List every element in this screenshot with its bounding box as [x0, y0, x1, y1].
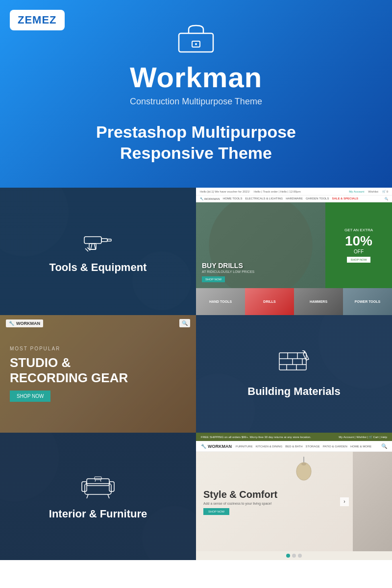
panel-interior: Interior & Furniture — [0, 433, 196, 560]
building-icon — [247, 350, 340, 379]
screenshot-bottom-tiles: HAND TOOLS DRILLS HAMMERS POWER TOOLS — [196, 288, 392, 315]
furn-hero-area: Style & Comfort Add a sense of coziness … — [196, 452, 392, 551]
tile-hand-tools: HAND TOOLS — [196, 288, 245, 315]
panel-studio: 🔧 WORKMAN 🔍 Most Popular STUDIO &RECORDI… — [0, 315, 196, 433]
studio-workman-bar: 🔧 WORKMAN 🔍 — [0, 319, 196, 327]
workman-screenshot-panel: Hello [id.1] We have voucher for 2021! H… — [196, 188, 392, 315]
tile-power-tools: POWER TOOLS — [343, 288, 392, 315]
screenshot-top-bar: Hello [id.1] We have voucher for 2021! H… — [196, 188, 392, 196]
screenshot-hero: BUY DRILLS AT RIDICULOUSLY LOW PRICES SH… — [196, 202, 392, 288]
studio-content: Most Popular STUDIO &RECORDING GEAR SHOP… — [0, 336, 196, 412]
svg-line-24 — [87, 494, 88, 498]
toolbox-icon — [176, 20, 216, 56]
studio-shop-btn[interactable]: SHOP NOW — [10, 391, 50, 402]
svg-rect-6 — [107, 239, 111, 241]
tagline: Prestashop MultipurposeResponsive Theme — [96, 122, 296, 163]
svg-line-27 — [95, 480, 96, 482]
drill-icon — [49, 229, 147, 255]
furn-header-bar: FREE SHIPPING on all orders $99+. Worry-… — [196, 433, 392, 441]
subtitle: Construction Multipurpose Theme — [130, 97, 262, 107]
svg-rect-4 — [84, 237, 101, 244]
svg-line-25 — [108, 494, 109, 498]
furn-right-decoration — [353, 452, 392, 551]
screenshot-nav: 🔧 WORKMAN HOME TOOLS ELECTRICALS & LIGHT… — [196, 196, 392, 202]
grid-section: Tools & Equipment Hello [id.1] We have v… — [0, 188, 392, 560]
sofa-icon — [49, 473, 147, 502]
svg-point-3 — [196, 44, 196, 45]
svg-rect-5 — [101, 239, 107, 242]
panel-building: Building Materials — [196, 315, 392, 433]
tile-hammers: HAMMERS — [294, 288, 343, 315]
svg-line-8 — [85, 248, 88, 251]
svg-point-31 — [301, 463, 306, 466]
interior-content: Interior & Furniture — [49, 473, 147, 520]
screenshot-shop-btn[interactable]: SHOP NOW — [202, 276, 225, 282]
most-popular-label: Most Popular — [10, 346, 186, 351]
svg-rect-23 — [109, 482, 114, 491]
panel-tools: Tools & Equipment — [0, 188, 196, 315]
screenshot-extra-btn[interactable]: SHOP NOW — [347, 257, 370, 263]
svg-rect-26 — [95, 477, 101, 480]
building-label: Building Materials — [247, 385, 340, 398]
header-section: ZEMEZ Workman Construction Multipurpose … — [0, 0, 392, 188]
svg-line-19 — [302, 350, 305, 351]
svg-rect-0 — [179, 33, 213, 52]
building-content: Building Materials — [247, 350, 340, 398]
svg-line-28 — [100, 480, 101, 482]
furniture-screenshot-panel: FREE SHIPPING on all orders $99+. Worry-… — [196, 433, 392, 560]
main-title: Workman — [130, 61, 262, 94]
studio-title: STUDIO &RECORDING GEAR — [10, 355, 186, 386]
svg-rect-22 — [82, 482, 87, 491]
tools-label: Tools & Equipment — [49, 261, 147, 274]
interior-label: Interior & Furniture — [49, 508, 147, 520]
tools-content: Tools & Equipment — [49, 229, 147, 274]
furn-next-arrow[interactable]: › — [340, 497, 349, 506]
furn-shop-btn[interactable]: SHOP NOW — [203, 508, 229, 515]
tile-drills: DRILLS — [245, 288, 294, 315]
furn-nav-bar: 🔧 WORKMAN FURNITURE KITCHEN & DINING BED… — [196, 441, 392, 452]
zemez-logo: ZEMEZ — [10, 10, 65, 30]
